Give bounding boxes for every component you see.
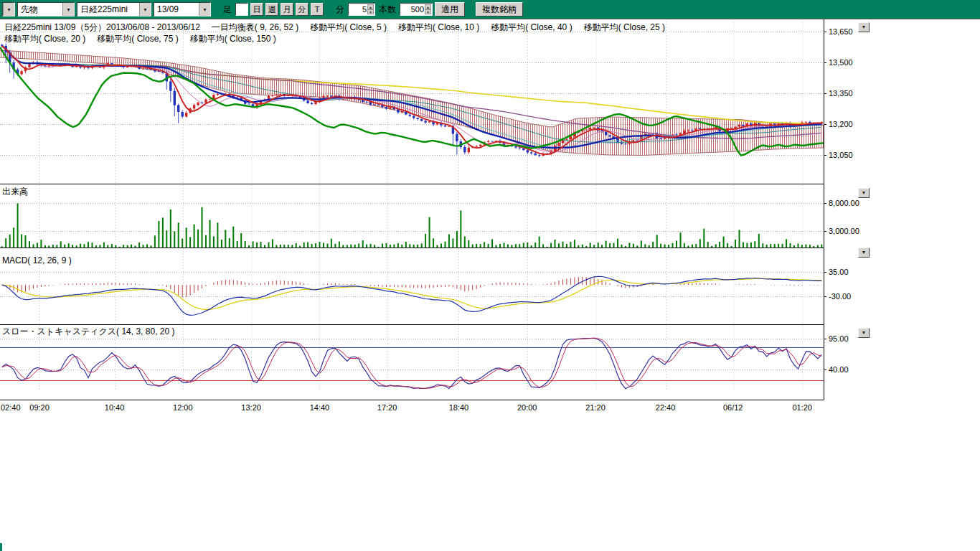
contract-value: 13/09	[154, 3, 199, 16]
multi-symbol-button[interactable]: 複数銘柄	[476, 2, 523, 17]
minute-value: 5	[362, 5, 367, 14]
bar-type-label: 足	[223, 4, 232, 16]
stoch-panel-label: スロー・ストキャスティクス( 14, 3, 80, 20 )	[2, 326, 174, 338]
y-axis-tick-label: 40.00	[829, 365, 849, 374]
y-axis-tick-label: 13,650	[829, 27, 853, 36]
bar-type-tick-button[interactable]: T	[311, 3, 324, 16]
y-axis-tick-label: -30.00	[829, 292, 851, 301]
bar-type-month-button[interactable]: 月	[281, 3, 293, 16]
chevron-down-icon: ▼	[139, 3, 151, 16]
chevron-down-icon: ▼	[3, 3, 14, 16]
spin-up-icon: ▲	[367, 4, 374, 9]
y-axis-tick-label: 8,000.00	[829, 199, 859, 207]
x-axis-label: 01:20	[792, 403, 812, 412]
x-axis-label: 17:20	[377, 403, 397, 412]
chart-title: 日経225mini 13/09（5分）2013/06/08 - 2013/06/…	[4, 22, 200, 34]
toolbar: ▼ 先物 ▼ 日経225mini ▼ 13/09 ▼ 足 日 週 月 分 T 分…	[0, 0, 980, 19]
y-axis-tick-label: 35.00	[829, 268, 849, 276]
panel-separators	[0, 19, 824, 400]
window-edge-fragment	[0, 543, 2, 551]
y-axis-tick-label: 13,050	[829, 151, 853, 159]
legend-ma25: 移動平均( Close, 25 )	[584, 22, 665, 34]
x-axis-label: 22:40	[656, 403, 676, 412]
legend-ma40: 移動平均( Close, 40 )	[491, 22, 572, 34]
chart-canvas[interactable]: 02:4009:2010:4012:0013:2014:4017:2018:40…	[0, 0, 980, 430]
bar-type-minute-button[interactable]: 分	[296, 3, 308, 16]
y-axis-tick-label: 13,500	[829, 58, 853, 67]
contract-select[interactable]: 13/09 ▼	[154, 2, 211, 17]
count-value: 500	[411, 5, 424, 14]
macd-panel-settings-button[interactable]: ▼	[858, 248, 870, 258]
x-axis-label: 13:20	[241, 403, 261, 412]
legend-ma5: 移動平均( Close, 5 )	[310, 22, 387, 34]
x-axis-label: 02:40	[1, 403, 21, 412]
chevron-down-icon: ▼	[199, 3, 210, 16]
price-panel-settings-button[interactable]: ▼	[858, 22, 870, 32]
bar-type-week-button[interactable]: 週	[265, 3, 278, 16]
legend-ma75: 移動平均( Close, 75 )	[97, 33, 178, 45]
x-axis-label: 20:00	[517, 403, 537, 412]
legend-ma10: 移動平均( Close, 10 )	[398, 22, 479, 34]
x-axis-label: 14:40	[310, 403, 330, 412]
y-axis-tick-label: 95.00	[829, 334, 849, 343]
y-axis-tick-label: 3,000.00	[829, 227, 859, 235]
stoch-panel-settings-button[interactable]: ▼	[858, 328, 870, 338]
bar-type-day-button[interactable]: 日	[250, 3, 263, 16]
chevron-down-icon: ▼	[62, 3, 74, 16]
x-axis-label: 18:40	[449, 403, 469, 412]
x-axis-label: 12:00	[173, 403, 193, 412]
category-select[interactable]: 先物 ▼	[17, 2, 75, 17]
count-stepper[interactable]: ▲ ▼	[425, 4, 431, 14]
spin-down-icon: ▼	[367, 9, 374, 14]
y-axis-tick-label: 13,200	[829, 120, 853, 128]
category-value: 先物	[18, 3, 62, 16]
stochastics-layer	[2, 338, 822, 389]
bar-type-selected-button[interactable]	[235, 3, 248, 16]
legend-ma20: 移動平均( Close, 20 )	[4, 33, 85, 45]
x-axis-label: 10:40	[105, 403, 125, 412]
legend-ichimoku: 一目均衡表( 9, 26, 52 )	[212, 22, 298, 34]
bar-count-label: 本数	[379, 4, 396, 16]
minute-value-input[interactable]: 5 ▲ ▼	[348, 3, 375, 16]
apply-button[interactable]: 適用	[435, 2, 465, 17]
x-axis-label: 21:20	[585, 403, 606, 412]
minute-stepper[interactable]: ▲ ▼	[367, 4, 374, 14]
spin-down-icon: ▼	[425, 9, 431, 14]
symbol-value: 日経225mini	[77, 3, 139, 16]
legend-row-1: 日経225mini 13/09（5分）2013/06/08 - 2013/06/…	[4, 22, 665, 34]
legend-ma150: 移動平均( Close, 150 )	[190, 33, 276, 45]
macd-line	[2, 276, 822, 315]
volume-bars	[2, 203, 822, 248]
collapsed-combo[interactable]: ▼	[2, 2, 15, 17]
count-value-input[interactable]: 500 ▲ ▼	[400, 3, 433, 16]
spin-up-icon: ▲	[425, 4, 431, 9]
x-axis-label: 09:20	[29, 403, 50, 412]
macd-panel-label: MACD( 12, 26, 9 )	[2, 255, 72, 265]
symbol-select[interactable]: 日経225mini ▼	[77, 2, 151, 17]
y-axis-tick-label: 13,350	[829, 89, 853, 98]
volume-panel-settings-button[interactable]: ▼	[858, 188, 870, 198]
volume-panel-label: 出来高	[2, 186, 28, 198]
macd-signal-line	[2, 278, 822, 309]
x-axis-label: 06/12	[723, 403, 743, 412]
macd-layer	[2, 276, 822, 315]
minute-unit-label: 分	[336, 4, 344, 16]
legend-row-2: 移動平均( Close, 20 ) 移動平均( Close, 75 ) 移動平均…	[4, 33, 276, 45]
